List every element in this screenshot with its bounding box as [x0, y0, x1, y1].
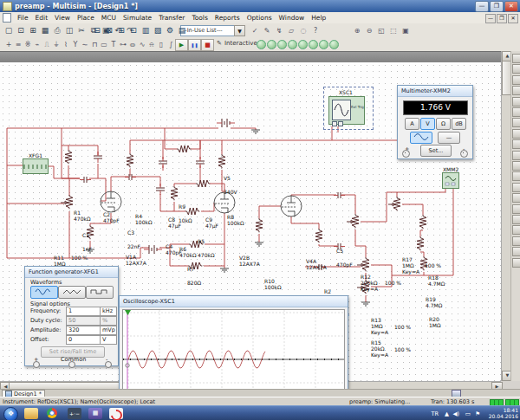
menu-help[interactable]: Help: [308, 14, 329, 22]
component-c5[interactable]: C5470pF: [336, 248, 353, 268]
network-icon[interactable]: ▭: [465, 410, 471, 420]
instrument-icon[interactable]: [512, 54, 520, 63]
instrument-icon[interactable]: [512, 161, 520, 171]
instrument-icon[interactable]: [512, 139, 520, 149]
ni-swirl-taskbar-icon[interactable]: [109, 408, 123, 419]
stop-simulation-button[interactable]: ■: [201, 39, 214, 51]
instrument-icon[interactable]: [512, 236, 520, 246]
menu-options[interactable]: Options: [244, 14, 276, 22]
component-r12[interactable]: R12200kΩKey=A: [361, 274, 378, 292]
restore-button[interactable]: ❐: [490, 1, 504, 12]
instrument-icon[interactable]: [512, 86, 520, 95]
instrument-icon[interactable]: [512, 215, 520, 224]
component-r1[interactable]: R1470kΩ: [74, 210, 91, 222]
menu-transfer[interactable]: Transfer: [155, 14, 188, 22]
square-wave-button[interactable]: [86, 286, 114, 299]
component-r4[interactable]: R4100kΩ: [135, 213, 153, 225]
fullscreen-icon[interactable]: ▣: [399, 24, 413, 37]
mm-mode-ω-button[interactable]: Ω: [436, 118, 451, 130]
mm-set-button[interactable]: Set...: [420, 145, 452, 157]
instrument-icon[interactable]: [512, 129, 520, 139]
menu-place[interactable]: Place: [74, 14, 98, 22]
mm-ac-mode-button[interactable]: [410, 132, 432, 144]
instrument-icon[interactable]: [512, 247, 520, 256]
probe-diff-icon[interactable]: [288, 40, 297, 49]
probe-voltage-icon[interactable]: [257, 40, 266, 49]
component-v1a[interactable]: V1A12AX7A: [126, 254, 146, 266]
explorer-taskbar-icon[interactable]: [24, 408, 38, 419]
instrument-icon[interactable]: [512, 118, 520, 127]
fg-input-dutycycle[interactable]: 50: [66, 316, 101, 326]
component-c2[interactable]: C2470pF: [103, 211, 120, 223]
mm-minus-terminal[interactable]: [460, 150, 468, 158]
component-r7[interactable]: R7820Ω: [187, 266, 201, 286]
sine-wave-button[interactable]: [30, 286, 58, 299]
menu-tools[interactable]: Tools: [188, 14, 211, 22]
probe-power-icon[interactable]: [277, 40, 287, 49]
component-c9[interactable]: C947µF: [205, 216, 218, 229]
mm-dc-mode-button[interactable]: —: [438, 132, 460, 144]
multimeter-window[interactable]: Multimeter-XMM2 1.766 V AVΩdB — + Set...…: [397, 85, 473, 159]
menu-mcu[interactable]: MCU: [98, 14, 120, 22]
mdi-close-button[interactable]: ✕: [508, 14, 518, 23]
menu-view[interactable]: View: [51, 14, 74, 22]
in-use-list-arrow-icon[interactable]: ▼: [234, 25, 245, 36]
multisim-taskbar-icon[interactable]: ▦: [88, 408, 102, 419]
probe-settings-icon[interactable]: [319, 40, 328, 49]
instrument-icon[interactable]: [512, 107, 520, 117]
fg-minus-terminal[interactable]: [105, 361, 112, 368]
component-c1[interactable]: C11nF: [82, 232, 92, 252]
mdi-minimize-button[interactable]: —: [485, 14, 496, 23]
probe-ref-icon[interactable]: [298, 40, 308, 49]
component-v4a[interactable]: V4A12AX7A: [306, 258, 327, 270]
help-hint-icon[interactable]: ?: [309, 24, 322, 37]
probe-digital-icon[interactable]: [309, 40, 318, 49]
fg-common-terminal[interactable]: [68, 361, 75, 368]
instrument-icon[interactable]: [512, 97, 520, 107]
close-button[interactable]: ✕: [504, 1, 518, 12]
start-button[interactable]: ❖: [3, 407, 18, 420]
instrument-icon[interactable]: [512, 204, 520, 214]
menu-edit[interactable]: Edit: [32, 14, 52, 22]
component-c3[interactable]: C322nF: [127, 229, 140, 249]
function-generator-window[interactable]: Function generator-XFG1 Waveforms Signal…: [24, 266, 119, 366]
instrument-icon[interactable]: [512, 75, 520, 85]
menu-file[interactable]: File: [14, 14, 32, 22]
component-r15[interactable]: R1520kΩKey=A: [371, 339, 388, 358]
language-indicator[interactable]: TR: [432, 410, 439, 420]
mm-mode-a-button[interactable]: A: [405, 118, 419, 130]
volume-icon[interactable]: ◀): [452, 410, 459, 420]
instrument-icon[interactable]: [512, 64, 520, 74]
component-r13[interactable]: R131MΩKey=A: [371, 317, 388, 335]
instrument-icon[interactable]: [512, 171, 520, 181]
fg-input-offset[interactable]: 0: [66, 335, 101, 345]
triangle-wave-button[interactable]: [58, 286, 86, 299]
component-r9[interactable]: R910kΩ: [179, 204, 192, 223]
tray-expand-icon[interactable]: ▲: [445, 410, 449, 420]
xmm2-symbol[interactable]: [442, 172, 459, 189]
mdi-restore-button[interactable]: ❐: [497, 14, 507, 23]
component-v2b[interactable]: V2B12AX7A: [239, 255, 260, 267]
component-r19[interactable]: R194.7MΩ: [426, 296, 442, 308]
menu-reports[interactable]: Reports: [211, 14, 244, 22]
xfg1-symbol[interactable]: [23, 158, 49, 174]
component-v5[interactable]: V5340V: [224, 175, 237, 195]
mm-mode-v-button[interactable]: V: [420, 118, 435, 130]
fg-input-amplitude[interactable]: 320: [66, 326, 101, 335]
fg-plus-terminal[interactable]: [33, 361, 40, 368]
probe-current-icon[interactable]: [267, 40, 276, 49]
clock[interactable]: 18:41 20.04.2016: [480, 407, 518, 419]
component-r18[interactable]: R184.7MΩ: [428, 275, 445, 287]
xsc1-symbol[interactable]: Ext Trig: [328, 96, 365, 125]
probe-delete-icon[interactable]: [329, 40, 339, 49]
integral-icon[interactable]: ∫: [164, 38, 178, 51]
instrument-icon[interactable]: [512, 151, 520, 160]
instrument-icon[interactable]: [512, 225, 520, 235]
component-r17[interactable]: R171MΩKey=A: [402, 256, 419, 275]
interactive-label[interactable]: Interactive: [224, 40, 257, 47]
component-r20[interactable]: R201MΩ: [429, 316, 441, 328]
pause-simulation-button[interactable]: ❚❚: [188, 39, 201, 51]
minimize-button[interactable]: —: [475, 1, 489, 12]
mm-plus-terminal[interactable]: [402, 150, 410, 158]
component-r6[interactable]: R6470kΩ: [179, 246, 197, 258]
